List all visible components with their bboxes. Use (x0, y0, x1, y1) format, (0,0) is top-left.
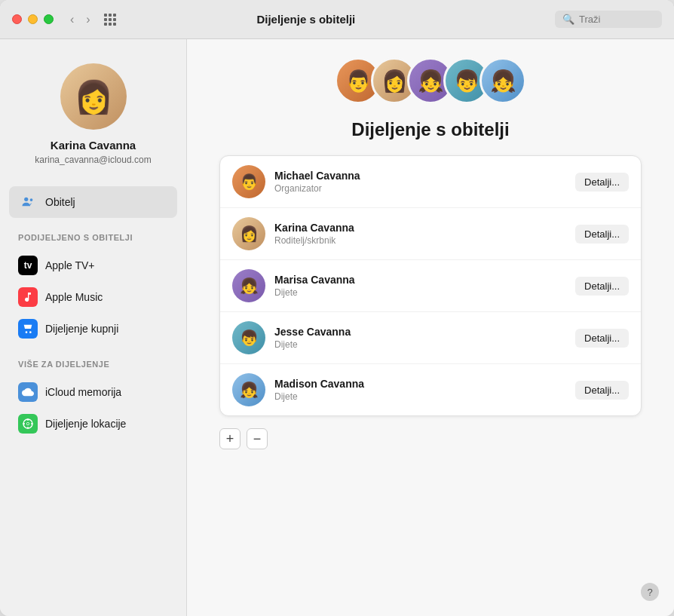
sidebar-item-kupnje-label: Dijeljenje kupnji (45, 323, 118, 335)
avatar-michael: 👨 (232, 165, 265, 198)
section-label-vise: VIŠE ZA DIJELJENJE (0, 348, 186, 373)
details-button-marisa[interactable]: Detalji... (575, 277, 629, 296)
sidebar-item-icloud-label: iCloud memorija (45, 386, 121, 398)
location-icon (18, 414, 38, 434)
member-name: Madison Cavanna (274, 378, 566, 390)
maximize-button[interactable] (44, 14, 54, 24)
details-button-karina[interactable]: Detalji... (575, 225, 629, 244)
minimize-button[interactable] (28, 14, 38, 24)
member-role: Dijete (274, 287, 566, 298)
sidebar-profile: 👩 Karina Cavanna karina_cavanna@icloud.c… (0, 51, 186, 183)
help-button[interactable]: ? (641, 583, 659, 601)
table-row: 👧 Marisa Cavanna Dijete Detalji... (220, 260, 641, 312)
avatar: 👩 (60, 63, 127, 130)
member-name: Michael Cavanna (274, 170, 566, 182)
sidebar-item-kupnje[interactable]: Dijeljenje kupnji (9, 313, 177, 345)
sidebar-more-section: iCloud memorija Dijeljenje lokacije (0, 373, 186, 443)
profile-email: karina_cavanna@icloud.com (35, 155, 151, 165)
avatar-madison: 👧 (232, 373, 265, 406)
table-row: 👧 Madison Cavanna Dijete Detalji... (220, 364, 641, 415)
members-list: 👨 Michael Cavanna Organizator Detalji...… (219, 155, 642, 416)
svg-point-0 (24, 198, 28, 201)
sidebar-item-icloud[interactable]: iCloud memorija (9, 376, 177, 408)
sidebar: 👩 Karina Cavanna karina_cavanna@icloud.c… (0, 39, 187, 616)
svg-point-5 (27, 423, 29, 425)
member-info-marisa: Marisa Cavanna Dijete (274, 274, 566, 298)
people-icon (18, 192, 38, 212)
svg-point-1 (30, 198, 33, 201)
details-button-michael[interactable]: Detalji... (575, 173, 629, 192)
member-info-karina: Karina Cavanna Roditelj/skrbnik (274, 222, 566, 246)
member-role: Dijete (274, 339, 566, 350)
sidebar-item-lokacija[interactable]: Dijeljenje lokacije (9, 408, 177, 440)
search-box[interactable]: 🔍 (555, 11, 662, 28)
sidebar-item-applemusic[interactable]: Apple Music (9, 281, 177, 313)
panel-title: Dijeljenje s obitelji (351, 119, 509, 140)
table-row: 👩 Karina Cavanna Roditelj/skrbnik Detalj… (220, 208, 641, 260)
appletv-icon: tv (18, 256, 38, 275)
profile-name: Karina Cavanna (51, 139, 136, 152)
member-role: Dijete (274, 391, 566, 402)
sidebar-item-appletv-label: Apple TV+ (45, 259, 95, 271)
action-buttons: + − (219, 428, 268, 449)
window-title: Dijeljenje s obitelji (57, 13, 555, 26)
avatar-marisa: 👧 (232, 269, 265, 302)
family-avatars: 👨 👩 👧 👦 👧 (335, 57, 526, 104)
traffic-lights (12, 14, 54, 24)
sidebar-nav: Obitelj (0, 183, 186, 221)
avatar-karina: 👩 (232, 217, 265, 250)
member-info-madison: Madison Cavanna Dijete (274, 378, 566, 402)
avatar-jesse: 👦 (232, 321, 265, 354)
remove-member-button[interactable]: − (247, 428, 268, 449)
titlebar: ‹ › Dijeljenje s obitelji 🔍 (0, 0, 674, 39)
store-icon (18, 319, 38, 339)
add-member-button[interactable]: + (219, 428, 240, 449)
member-role: Organizator (274, 183, 566, 194)
member-name: Marisa Cavanna (274, 274, 566, 286)
details-button-madison[interactable]: Detalji... (575, 381, 629, 400)
icloud-icon (18, 382, 38, 402)
member-info-michael: Michael Cavanna Organizator (274, 170, 566, 194)
close-button[interactable] (12, 14, 22, 24)
details-button-jesse[interactable]: Detalji... (575, 329, 629, 348)
member-role: Roditelj/skrbnik (274, 235, 566, 246)
sidebar-item-obitelj-label: Obitelj (45, 196, 75, 208)
sidebar-item-appletv[interactable]: tv Apple TV+ (9, 250, 177, 281)
family-avatar-madison: 👧 (479, 57, 526, 104)
sidebar-item-obitelj[interactable]: Obitelj (9, 186, 177, 218)
table-row: 👨 Michael Cavanna Organizator Detalji... (220, 156, 641, 208)
svg-point-3 (29, 331, 32, 333)
member-info-jesse: Jesse Cavanna Dijete (274, 326, 566, 350)
sidebar-item-lokacija-label: Dijeljenje lokacije (45, 418, 126, 430)
applemusic-icon (18, 287, 38, 307)
member-name: Jesse Cavanna (274, 326, 566, 338)
right-panel: 👨 👩 👧 👦 👧 Dijeljenje s obitelji (187, 39, 674, 616)
main-content: 👩 Karina Cavanna karina_cavanna@icloud.c… (0, 39, 674, 616)
sidebar-shared-section: tv Apple TV+ Apple Music (0, 247, 186, 348)
table-row: 👦 Jesse Cavanna Dijete Detalji... (220, 312, 641, 364)
member-name: Karina Cavanna (274, 222, 566, 234)
search-input[interactable] (579, 14, 654, 25)
svg-point-2 (26, 331, 28, 333)
sidebar-item-applemusic-label: Apple Music (45, 291, 103, 303)
section-label-podijeljeno: PODIJELJENO S OBITELJI (0, 221, 186, 247)
search-icon: 🔍 (562, 14, 574, 25)
